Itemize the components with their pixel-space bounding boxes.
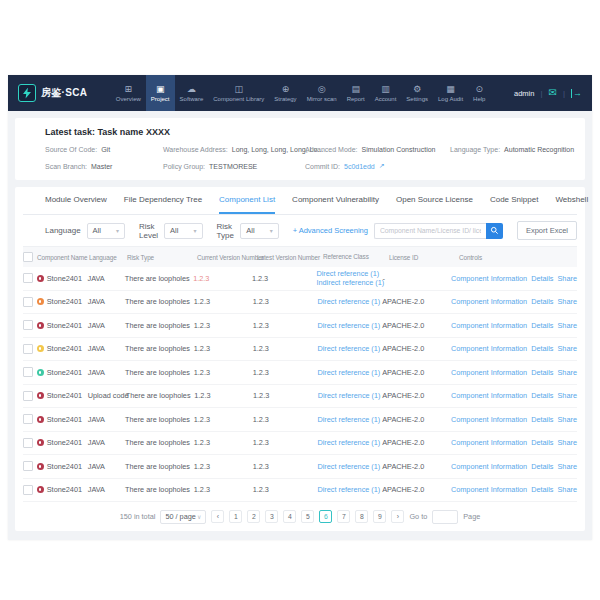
nav-item[interactable]: ◎ Mirror scan — [302, 75, 342, 111]
username[interactable]: admin — [514, 89, 534, 98]
risk-type-select[interactable]: All ▾ — [240, 223, 278, 239]
direct-reference-link[interactable]: Direct reference (1) — [317, 368, 382, 377]
tab[interactable]: Open Source License — [396, 187, 473, 214]
row-checkbox[interactable] — [23, 344, 33, 354]
share-link[interactable]: Share — [558, 438, 577, 447]
page-size-select[interactable]: 50 / page ∨ — [160, 510, 206, 524]
nav-item[interactable]: ▥ Account — [370, 75, 402, 111]
task-field: Commit ID: 5c0d1edd ↗ — [305, 162, 450, 170]
share-link[interactable]: Share — [558, 297, 577, 306]
component-information-link[interactable]: Component Information — [451, 438, 527, 447]
component-information-link[interactable]: Component Information — [451, 321, 527, 330]
details-link[interactable]: Details — [531, 485, 553, 494]
details-link[interactable]: Details — [531, 462, 553, 471]
page-number-button[interactable]: 4 — [283, 510, 296, 523]
tab[interactable]: Code Snippet — [490, 187, 538, 214]
tab[interactable]: Component List — [219, 187, 275, 214]
details-link[interactable]: Details — [531, 344, 553, 353]
nav-item[interactable]: ▤ Report — [342, 75, 370, 111]
direct-reference-link[interactable]: Direct reference (1) — [318, 391, 383, 400]
page-number-button[interactable]: 5 — [301, 510, 314, 523]
mail-icon[interactable]: ✉ — [549, 88, 557, 98]
direct-reference-link[interactable]: Direct reference (1) — [317, 297, 382, 306]
current-version-cell: 1.2.3 — [194, 438, 210, 447]
tab[interactable]: File Dependency Tree — [124, 187, 202, 214]
field-label: Policy Group: — [163, 163, 205, 170]
component-information-link[interactable]: Component Information — [451, 462, 527, 471]
indirect-reference-link[interactable]: Indirect reference (1) — [316, 278, 382, 287]
logout-icon[interactable]: → — [571, 89, 582, 98]
details-link[interactable]: Details — [531, 438, 553, 447]
component-information-link[interactable]: Component Information — [451, 415, 527, 424]
row-checkbox[interactable] — [23, 273, 33, 283]
row-checkbox[interactable] — [23, 461, 33, 471]
nav-item[interactable]: ⊞ Overview — [111, 75, 146, 111]
page-number-button[interactable]: 9 — [373, 510, 386, 523]
select-all-checkbox[interactable] — [23, 252, 33, 262]
page-number-button[interactable]: 3 — [265, 510, 278, 523]
search-input[interactable] — [374, 223, 486, 239]
nav-item[interactable]: ☁ Software — [175, 75, 209, 111]
nav-item-label: Component Library — [213, 95, 264, 103]
component-information-link[interactable]: Component Information — [451, 391, 527, 400]
component-information-link[interactable]: Component Information — [451, 485, 527, 494]
account-icon: ▥ — [381, 84, 390, 94]
row-checkbox[interactable] — [23, 485, 33, 495]
row-checkbox[interactable] — [23, 391, 33, 401]
direct-reference-link[interactable]: Direct reference (1) — [317, 321, 382, 330]
advanced-screening-link[interactable]: + Advanced Screening — [293, 226, 368, 235]
tab[interactable]: Component Vulnerability — [292, 187, 379, 214]
share-link[interactable]: Share — [558, 462, 577, 471]
language-select[interactable]: All ▾ — [87, 223, 125, 239]
next-page-button[interactable]: › — [391, 510, 404, 523]
row-checkbox[interactable] — [23, 297, 33, 307]
share-link[interactable]: Share — [558, 321, 577, 330]
details-link[interactable]: Details — [531, 415, 553, 424]
risk-level-select[interactable]: All ▾ — [164, 223, 202, 239]
direct-reference-link[interactable]: Direct reference (1) — [317, 344, 382, 353]
page-number-button[interactable]: 8 — [355, 510, 368, 523]
nav-item[interactable]: ⊙ Help — [468, 75, 490, 111]
page-number-button[interactable]: 2 — [247, 510, 260, 523]
nav-item[interactable]: ▣ Project — [146, 75, 175, 111]
direct-reference-link[interactable]: Direct reference (1) — [316, 269, 382, 278]
export-excel-button[interactable]: Export Excel — [517, 221, 577, 240]
row-checkbox[interactable] — [23, 320, 33, 330]
details-link[interactable]: Details — [531, 297, 553, 306]
component-information-link[interactable]: Component Information — [451, 344, 527, 353]
goto-page-input[interactable] — [432, 510, 458, 524]
component-information-link[interactable]: Component Information — [451, 297, 527, 306]
share-link[interactable]: Share — [558, 391, 577, 400]
direct-reference-link[interactable]: Direct reference (1) — [317, 415, 382, 424]
nav-item[interactable]: ⚙ Settings — [401, 75, 433, 111]
page-number-button[interactable]: 7 — [337, 510, 350, 523]
details-link[interactable]: Details — [531, 321, 553, 330]
details-link[interactable]: Details — [531, 391, 553, 400]
row-checkbox[interactable] — [23, 438, 33, 448]
search-button[interactable] — [486, 223, 503, 239]
nav-item[interactable]: ⊕ Strategy — [269, 75, 301, 111]
row-checkbox[interactable] — [23, 414, 33, 424]
column-header-language: Language — [89, 254, 127, 261]
details-link[interactable]: Details — [531, 368, 553, 377]
share-link[interactable]: Share — [558, 368, 577, 377]
share-link[interactable]: Share — [558, 344, 577, 353]
direct-reference-link[interactable]: Direct reference (1) — [317, 438, 382, 447]
page-number-button[interactable]: 1 — [229, 510, 242, 523]
details-link[interactable]: Details — [531, 274, 553, 283]
nav-item[interactable]: ◫ Component Library — [208, 75, 269, 111]
log-audit-icon: ▦ — [446, 84, 455, 94]
component-information-link[interactable]: Component Information — [451, 368, 527, 377]
nav-item[interactable]: ▦ Log Audit — [433, 75, 468, 111]
direct-reference-link[interactable]: Direct reference (1) — [317, 485, 382, 494]
direct-reference-link[interactable]: Direct reference (1) — [317, 462, 382, 471]
share-link[interactable]: Share — [558, 485, 577, 494]
share-link[interactable]: Share — [558, 415, 577, 424]
prev-page-button[interactable]: ‹ — [211, 510, 224, 523]
tab[interactable]: Module Overview — [45, 187, 107, 214]
page-number-button[interactable]: 6 — [319, 510, 332, 523]
component-information-link[interactable]: Component Information — [451, 274, 527, 283]
tab[interactable]: Webshell — [555, 187, 588, 214]
row-checkbox[interactable] — [23, 367, 33, 377]
share-link[interactable]: Share — [557, 274, 576, 283]
